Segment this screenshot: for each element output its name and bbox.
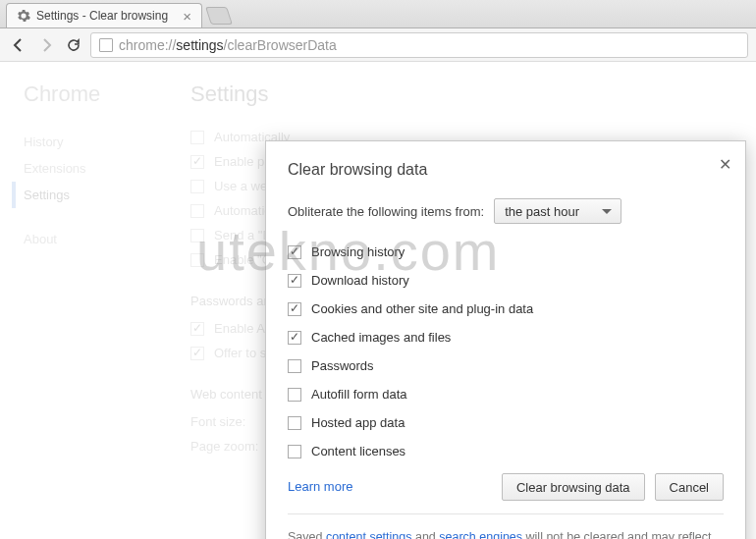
close-icon[interactable]: × (183, 9, 191, 24)
page-icon (99, 38, 113, 52)
clear-opt-4-label: Passwords (311, 358, 374, 373)
clear-opt-7-row: Content licenses (288, 437, 724, 465)
clear-opt-3-checkbox[interactable] (288, 331, 301, 345)
cancel-button[interactable]: Cancel (655, 473, 724, 501)
learn-more-link[interactable]: Learn more (288, 479, 352, 494)
gear-icon (17, 9, 30, 23)
browser-tab[interactable]: Settings - Clear browsing × (6, 3, 202, 27)
tab-strip: Settings - Clear browsing × (0, 0, 756, 28)
search-engines-link[interactable]: search engines (439, 530, 522, 539)
content-settings-link[interactable]: content settings (326, 530, 412, 539)
clear-opt-1-label: Download history (311, 273, 409, 288)
clear-opt-2-label: Cookies and other site and plug-in data (311, 301, 533, 316)
clear-opt-5-row: Autofill form data (288, 380, 724, 408)
browser-toolbar: chrome://settings/clearBrowserData (0, 28, 756, 62)
address-bar[interactable]: chrome://settings/clearBrowserData (90, 32, 748, 58)
clear-opt-6-label: Hosted app data (311, 415, 405, 430)
clear-browsing-data-button[interactable]: Clear browsing data (502, 473, 645, 501)
new-tab-button[interactable] (205, 7, 233, 25)
clear-opt-0-row: Browsing history (288, 238, 724, 266)
url-host: settings (176, 37, 223, 53)
clear-opt-0-checkbox[interactable] (288, 245, 301, 259)
clear-opt-5-checkbox[interactable] (288, 388, 301, 402)
forward-button[interactable] (35, 34, 57, 56)
clear-opt-1-checkbox[interactable] (288, 274, 301, 288)
url-path: /clearBrowserData (224, 37, 337, 53)
clear-opt-4-row: Passwords (288, 351, 724, 380)
clear-opt-5-label: Autofill form data (311, 387, 407, 402)
clear-opt-2-row: Cookies and other site and plug-in data (288, 295, 724, 323)
dialog-title: Clear browsing data (288, 161, 724, 179)
obliterate-label: Obliterate the following items from: (288, 204, 484, 219)
clear-opt-1-row: Download history (288, 266, 724, 295)
clear-opt-3-row: Cached images and files (288, 323, 724, 351)
dialog-footer-note: Saved content settings and search engine… (288, 513, 724, 539)
clear-opt-6-row: Hosted app data (288, 408, 724, 437)
clear-opt-4-checkbox[interactable] (288, 359, 301, 373)
back-button[interactable] (8, 34, 29, 56)
close-icon[interactable]: ✕ (719, 155, 731, 174)
clear-opt-3-label: Cached images and files (311, 330, 451, 345)
clear-browsing-data-dialog: Clear browsing data ✕ Obliterate the fol… (265, 140, 746, 539)
timeframe-value: the past hour (505, 204, 579, 219)
clear-opt-6-checkbox[interactable] (288, 416, 301, 430)
clear-opt-7-checkbox[interactable] (288, 445, 301, 458)
tab-title: Settings - Clear browsing (36, 9, 168, 23)
timeframe-select[interactable]: the past hour (494, 198, 621, 224)
clear-opt-0-label: Browsing history (311, 244, 405, 259)
clear-opt-7-label: Content licenses (311, 444, 405, 458)
url-scheme: chrome:// (119, 37, 176, 53)
reload-button[interactable] (63, 34, 84, 56)
clear-opt-2-checkbox[interactable] (288, 302, 301, 316)
